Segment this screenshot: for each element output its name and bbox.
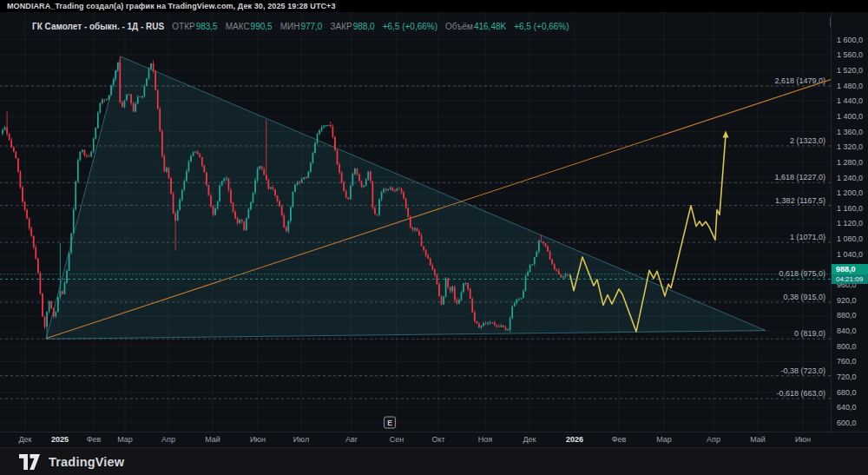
time-tick: Авг <box>336 432 367 447</box>
price-badge-countdown: 04:21:09 <box>832 274 868 284</box>
time-tick: Апр <box>153 432 184 447</box>
price-tick: 1 040,0 <box>837 250 863 259</box>
change-value: +6,5 (+0,66%) <box>383 22 437 31</box>
close-label: ЗАКР <box>330 22 352 31</box>
time-tick: Май <box>197 432 228 447</box>
time-tick: Дек <box>10 432 41 447</box>
price-tick: 1 200,0 <box>837 188 863 197</box>
tradingview-published-chart: MONDIARA_Trading создал(а) график на Tra… <box>0 0 868 475</box>
tradingview-logo[interactable]: TradingView <box>19 454 124 470</box>
price-tick: 840,0 <box>837 327 857 335</box>
time-tick: Мар <box>109 432 141 447</box>
attribution-text: MONDIARA_Trading создал(а) график на Tra… <box>7 2 336 10</box>
time-tick: Фев <box>603 432 635 447</box>
earnings-marker[interactable]: E <box>385 417 396 428</box>
time-tick: Июл <box>286 432 317 447</box>
time-tick: Сен <box>381 432 412 447</box>
price-tick: 720,0 <box>837 373 857 381</box>
price-tick: 1 360,0 <box>837 128 863 136</box>
price-tick: 1 160,0 <box>837 204 863 213</box>
symbol-legend: ГК Самолет - обыкн. - 1Д - RUS ОТКР 983,… <box>26 18 575 34</box>
price-tick: 1 080,0 <box>837 234 863 243</box>
low-value: 977,0 <box>300 22 322 31</box>
time-tick: Июн <box>242 432 273 447</box>
time-tick: 2025 <box>44 432 76 447</box>
volume-value: 416,48K <box>474 22 506 31</box>
triangle-pattern <box>46 56 766 339</box>
time-tick: Окт <box>423 432 454 447</box>
fib-label: -0,38 (723,0) <box>780 366 825 375</box>
chart-canvas[interactable]: 2,618 (1479,0)2 (1323,0)1,618 (1227,0)1,… <box>0 12 831 432</box>
high-label: МАКС <box>226 22 250 31</box>
ohlc-close: ЗАКР 988,0 <box>330 22 374 31</box>
price-axis[interactable]: 1 600,01 560,01 520,01 480,01 440,01 400… <box>831 12 868 432</box>
price-tick: 1 240,0 <box>837 174 863 182</box>
fib-label: 0,38 (915,0) <box>783 293 825 301</box>
fib-label: 1,618 (1227,0) <box>774 173 825 181</box>
current-price-badge: 988,0 04:21:09 <box>832 264 868 284</box>
price-badge-value: 988,0 <box>832 264 868 274</box>
volume-change-value: +6,5 (+0,66%) <box>514 22 569 31</box>
time-tick: Апр <box>698 432 729 447</box>
open-label: ОТКР <box>172 22 194 31</box>
price-tick: 640,0 <box>837 403 857 412</box>
fib-label: 2 (1323,0) <box>790 136 825 145</box>
chart-area: 2,618 (1479,0)2 (1323,0)1,618 (1227,0)1,… <box>0 12 868 447</box>
price-tick: 1 600,0 <box>837 36 863 44</box>
high-value: 990,5 <box>251 22 273 31</box>
time-tick: Июн <box>787 432 819 447</box>
price-tick: 1 440,0 <box>837 96 863 105</box>
price-tick: 1 520,0 <box>837 66 863 75</box>
time-tick: 2026 <box>559 432 590 447</box>
time-tick: Ноя <box>470 432 501 447</box>
time-tick: Мар <box>648 432 680 447</box>
volume-pair: Объём 416,48K <box>445 22 506 31</box>
open-value: 983,5 <box>196 22 218 31</box>
time-tick: Май <box>742 432 773 447</box>
time-axis[interactable]: Дек2025ФевМарАпрМайИюнИюлАвгСенОктНояДек… <box>0 432 868 447</box>
ohlc-open: ОТКР 983,5 <box>172 22 217 31</box>
attribution-bar: MONDIARA_Trading создал(а) график на Tra… <box>0 0 868 12</box>
fib-label: 1 (1071,0) <box>790 233 825 241</box>
price-tick: 600,0 <box>837 419 857 427</box>
low-label: МИН <box>280 22 300 31</box>
price-tick: 760,0 <box>837 357 857 366</box>
time-tick: Дек <box>514 432 545 447</box>
price-tick: 1 120,0 <box>837 219 863 228</box>
price-tick: 1 560,0 <box>837 50 863 59</box>
footer-bar: TradingView <box>0 447 868 475</box>
price-tick: 800,0 <box>837 342 857 351</box>
close-value: 988,0 <box>353 22 375 31</box>
price-tick: 1 320,0 <box>837 142 863 151</box>
svg-text:E: E <box>387 419 392 427</box>
ohlc-low: МИН 977,0 <box>280 22 323 31</box>
price-tick: 1 480,0 <box>837 82 863 90</box>
price-tick: 680,0 <box>837 388 857 397</box>
price-tick: 880,0 <box>837 311 857 320</box>
symbol-title: ГК Самолет - обыкн. - 1Д - RUS <box>32 22 164 31</box>
price-tick: 1 400,0 <box>837 112 863 121</box>
price-tick: 920,0 <box>837 296 857 305</box>
time-tick: Фев <box>78 432 109 447</box>
fib-label: 0 (819,0) <box>794 329 825 338</box>
price-tick: 1 280,0 <box>837 158 863 167</box>
fib-label: -0,618 (663,0) <box>776 389 825 398</box>
tradingview-logo-icon <box>19 454 42 470</box>
fib-label: 1,382 (1167,5) <box>775 196 825 205</box>
volume-label: Объём <box>445 22 473 31</box>
tradingview-brand: TradingView <box>49 455 124 469</box>
ohlc-high: МАКС 990,5 <box>226 22 273 31</box>
